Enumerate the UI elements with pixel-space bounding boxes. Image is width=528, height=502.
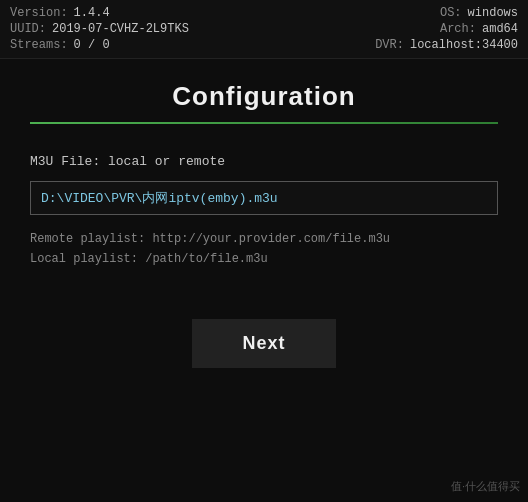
streams-value: 0 / 0 <box>74 38 110 52</box>
uuid-item: UUID: 2019-07-CVHZ-2L9TKS <box>10 22 189 36</box>
uuid-label: UUID: <box>10 22 46 36</box>
hint-remote: Remote playlist: http://your.provider.co… <box>30 229 498 249</box>
version-value: 1.4.4 <box>74 6 110 20</box>
page-title: Configuration <box>30 81 498 112</box>
dvr-label: DVR: <box>375 38 404 52</box>
version-label: Version: <box>10 6 68 20</box>
divider <box>30 122 498 124</box>
arch-item: Arch: amd64 <box>440 22 518 36</box>
os-label: OS: <box>440 6 462 20</box>
os-item: OS: windows <box>440 6 518 20</box>
file-input-container[interactable] <box>30 181 498 215</box>
m3u-file-input[interactable] <box>41 190 487 205</box>
watermark: 值·什么值得买 <box>451 479 520 494</box>
section-label: M3U File: local or remote <box>30 154 498 169</box>
hint-local: Local playlist: /path/to/file.m3u <box>30 249 498 269</box>
arch-value: amd64 <box>482 22 518 36</box>
arch-label: Arch: <box>440 22 476 36</box>
streams-label: Streams: <box>10 38 68 52</box>
hint-text: Remote playlist: http://your.provider.co… <box>30 229 498 270</box>
dvr-item: DVR: localhost:34400 <box>375 38 518 52</box>
next-button[interactable]: Next <box>192 319 335 368</box>
version-item: Version: 1.4.4 <box>10 6 110 20</box>
main-content: Configuration M3U File: local or remote … <box>0 81 528 388</box>
dvr-value: localhost:34400 <box>410 38 518 52</box>
header-row-2: UUID: 2019-07-CVHZ-2L9TKS Arch: amd64 <box>10 22 518 36</box>
next-btn-container: Next <box>30 319 498 368</box>
os-value: windows <box>468 6 518 20</box>
uuid-value: 2019-07-CVHZ-2L9TKS <box>52 22 189 36</box>
header-row-1: Version: 1.4.4 OS: windows <box>10 6 518 20</box>
streams-item: Streams: 0 / 0 <box>10 38 110 52</box>
header-bar: Version: 1.4.4 OS: windows UUID: 2019-07… <box>0 0 528 59</box>
header-row-3: Streams: 0 / 0 DVR: localhost:34400 <box>10 38 518 52</box>
